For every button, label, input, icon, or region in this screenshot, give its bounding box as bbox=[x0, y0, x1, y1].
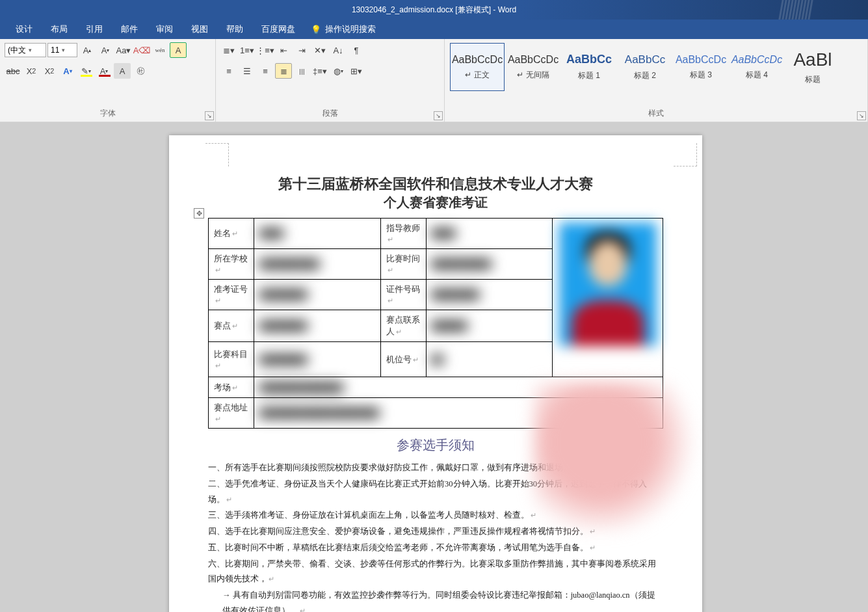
title-bar: 13032046_2_admission.docx [兼容模式] - Word bbox=[0, 0, 868, 20]
font-color-button[interactable]: A▾ bbox=[96, 63, 112, 79]
ribbon: (中文▾ 11▾ A▴ A▾ Aa▾ A⌫ wén A abc X2 X2 A▾… bbox=[0, 39, 868, 122]
character-shading-button[interactable]: A bbox=[114, 63, 131, 79]
align-right-button[interactable]: ≡ bbox=[257, 63, 274, 79]
value-school[interactable]: ██████████ bbox=[254, 249, 381, 280]
style-heading4[interactable]: AaBbCcDc标题 4 bbox=[730, 43, 784, 91]
group-font: (中文▾ 11▾ A▴ A▾ Aa▾ A⌫ wén A abc X2 X2 A▾… bbox=[0, 39, 216, 122]
character-border-button[interactable]: A bbox=[170, 42, 187, 58]
label-contact: 赛点联系人↵ bbox=[380, 310, 426, 342]
value-subject[interactable]: ████████ bbox=[254, 342, 381, 377]
caret-down-icon: ▾ bbox=[62, 47, 65, 53]
tab-layout[interactable]: 布局 bbox=[42, 20, 77, 39]
value-site[interactable]: ████████ bbox=[254, 310, 381, 342]
strikethrough-button[interactable]: abc bbox=[5, 63, 21, 79]
multilevel-list-button[interactable]: ⋮≡▾ bbox=[257, 42, 274, 58]
enclose-characters-button[interactable]: ㊓ bbox=[132, 63, 149, 79]
line-spacing-button[interactable]: ‡≡▾ bbox=[311, 63, 328, 79]
document-page[interactable]: ✥ 第十三届蓝桥杯全国软件和信息技术专业人才大赛 个人赛省赛准考证 姓名↵ ██… bbox=[169, 135, 702, 612]
sort-button[interactable]: A↓ bbox=[330, 42, 347, 58]
table-anchor-icon[interactable]: ✥ bbox=[194, 208, 204, 219]
highlight-button[interactable]: ✎▾ bbox=[77, 63, 94, 79]
tab-mailings[interactable]: 邮件 bbox=[112, 20, 147, 39]
notice-item: 五、比赛时间不中断，草稿纸在比赛结束后须交给监考老师，不允许带离赛场，考试用笔为… bbox=[208, 540, 663, 556]
paragraph-dialog-launcher[interactable]: ↘ bbox=[434, 111, 443, 120]
group-font-label: 字体 bbox=[4, 107, 211, 120]
group-paragraph-label: 段落 bbox=[220, 107, 440, 120]
styles-dialog-launcher[interactable]: ↘ bbox=[857, 111, 866, 120]
phonetic-guide-button[interactable]: wén bbox=[151, 42, 168, 58]
font-name-select[interactable]: (中文▾ bbox=[5, 43, 46, 57]
style-no-spacing[interactable]: AaBbCcDc↵ 无间隔 bbox=[506, 43, 560, 91]
notice-item: 三、选手须将准考证、身份证放在计算机桌面左上角，以备监考人员随时核对、检查。↵ bbox=[208, 508, 663, 524]
doc-title-line2: 个人赛省赛准考证 bbox=[208, 194, 663, 211]
label-address: 赛点地址↵ bbox=[209, 398, 254, 429]
superscript-button[interactable]: X2 bbox=[41, 63, 58, 79]
value-ticket[interactable]: ████████ bbox=[254, 280, 381, 310]
text-effects-button[interactable]: A▾ bbox=[59, 63, 76, 79]
tell-me-search[interactable]: 操作说明搜索 bbox=[325, 20, 385, 39]
tab-references[interactable]: 引用 bbox=[77, 20, 112, 39]
subscript-button[interactable]: X2 bbox=[23, 63, 40, 79]
value-name[interactable]: ████ bbox=[254, 219, 381, 249]
value-contact[interactable]: ██████ bbox=[426, 310, 553, 342]
style-heading3[interactable]: AaBbCcDc标题 3 bbox=[674, 43, 728, 91]
font-size-select[interactable]: 11▾ bbox=[47, 43, 77, 57]
group-styles-label: 样式 bbox=[449, 107, 863, 120]
group-styles: AaBbCcDc↵ 正文 AaBbCcDc↵ 无间隔 AaBbCc标题 1 Aa… bbox=[445, 39, 868, 122]
numbering-button[interactable]: 1≡▾ bbox=[239, 42, 256, 58]
font-dialog-launcher[interactable]: ↘ bbox=[205, 111, 214, 120]
lightbulb-icon: 💡 bbox=[311, 25, 321, 34]
grow-font-button[interactable]: A▴ bbox=[79, 42, 96, 58]
value-teacher[interactable]: ████ bbox=[426, 219, 553, 249]
notice-item: 二、选手凭准考证、身份证及当天个人健康码在比赛正式开始前30分钟入场。比赛开始3… bbox=[208, 477, 663, 508]
label-school: 所在学校↵ bbox=[209, 249, 254, 280]
id-photo bbox=[559, 222, 657, 346]
group-paragraph: ≣▾ 1≡▾ ⋮≡▾ ⇤ ⇥ ✕▾ A↓ ¶ ≡ ☰ ≡ ≣ ⫼ ‡≡▾ ◍▾ bbox=[216, 39, 445, 122]
caret-down-icon: ▾ bbox=[29, 47, 32, 53]
tab-review[interactable]: 审阅 bbox=[147, 20, 182, 39]
style-heading1[interactable]: AaBbCc标题 1 bbox=[562, 43, 616, 91]
photo-cell bbox=[553, 219, 663, 377]
title-decoration bbox=[731, 0, 861, 20]
notice-item: 四、选手在比赛期间应注意安全、爱护赛场设备，避免违规操作，严重违反操作规程者将视… bbox=[208, 524, 663, 540]
value-room[interactable]: ██████████████ bbox=[254, 377, 663, 398]
label-seat: 机位号↵ bbox=[380, 342, 426, 377]
notice-sub-item: 具有自动判别雷同卷功能，有效监控抄袭作弊等行为。同时组委会特设比赛违纪举报邮箱：… bbox=[222, 588, 663, 612]
value-seat[interactable]: ██ bbox=[426, 342, 553, 377]
tab-baidu-netdisk[interactable]: 百度网盘 bbox=[252, 20, 304, 39]
label-name: 姓名↵ bbox=[209, 219, 254, 249]
decrease-indent-button[interactable]: ⇤ bbox=[275, 42, 292, 58]
align-center-button[interactable]: ☰ bbox=[239, 63, 256, 79]
value-address[interactable]: ████████████████████ bbox=[254, 398, 663, 429]
value-time[interactable]: ██████████ bbox=[426, 249, 553, 280]
clear-formatting-button[interactable]: A⌫ bbox=[133, 42, 150, 58]
bullets-button[interactable]: ≣▾ bbox=[220, 42, 237, 58]
notice-title: 参赛选手须知 bbox=[208, 436, 663, 454]
tab-help[interactable]: 帮助 bbox=[217, 20, 252, 39]
style-heading2[interactable]: AaBbCc标题 2 bbox=[618, 43, 672, 91]
doc-title-line1: 第十三届蓝桥杯全国软件和信息技术专业人才大赛 bbox=[208, 174, 663, 194]
label-teacher: 指导教师↵ bbox=[380, 219, 426, 249]
style-normal[interactable]: AaBbCcDc↵ 正文 bbox=[450, 43, 505, 91]
margin-corner-icon bbox=[674, 143, 697, 166]
show-hide-marks-button[interactable]: ¶ bbox=[348, 42, 365, 58]
distributed-button[interactable]: ⫼ bbox=[293, 63, 310, 79]
notice-body: 一、所有选手在比赛期间须按照院校防疫要求做好防疫工作，佩戴好口罩，做到有序进场和… bbox=[208, 460, 663, 612]
increase-indent-button[interactable]: ⇥ bbox=[293, 42, 310, 58]
form-table: 姓名↵ ████ 指导教师↵ ████ 所在学校↵ ██████████ 比赛时… bbox=[208, 218, 663, 429]
tab-view[interactable]: 视图 bbox=[182, 20, 217, 39]
label-subject: 比赛科目↵ bbox=[209, 342, 254, 377]
label-room: 考场↵ bbox=[209, 377, 254, 398]
value-idno[interactable]: ████████ bbox=[426, 280, 553, 310]
document-area[interactable]: ✥ 第十三届蓝桥杯全国软件和信息技术专业人才大赛 个人赛省赛准考证 姓名↵ ██… bbox=[0, 122, 868, 612]
style-title[interactable]: AaBl标题 bbox=[785, 43, 840, 91]
shrink-font-button[interactable]: A▾ bbox=[97, 42, 114, 58]
borders-button[interactable]: ⊞▾ bbox=[348, 63, 365, 79]
change-case-button[interactable]: Aa▾ bbox=[115, 42, 132, 58]
tab-design[interactable]: 设计 bbox=[7, 20, 42, 39]
shading-button[interactable]: ◍▾ bbox=[330, 63, 347, 79]
justify-button[interactable]: ≣ bbox=[275, 63, 292, 79]
asian-layout-button[interactable]: ✕▾ bbox=[311, 42, 328, 58]
align-left-button[interactable]: ≡ bbox=[220, 63, 237, 79]
margin-corner-icon bbox=[205, 143, 229, 166]
